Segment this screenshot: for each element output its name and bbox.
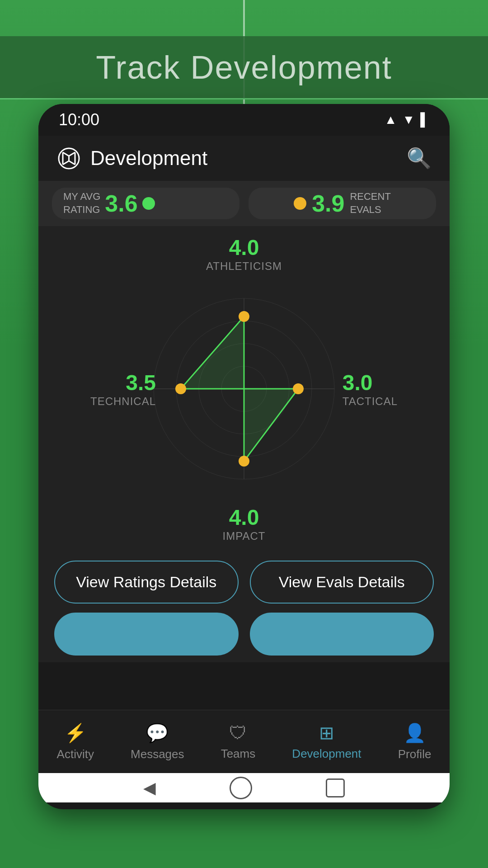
status-bar: 10:00 ▲ ▼ ▌: [38, 104, 450, 136]
impact-label: 4.0 IMPACT: [223, 505, 266, 542]
impact-value: 4.0: [223, 505, 266, 530]
nav-messages[interactable]: 💬 Messages: [131, 722, 184, 761]
view-evals-button[interactable]: View Evals Details: [250, 561, 434, 604]
avg-rating-label: MY AVGRATING: [63, 190, 100, 216]
partial-btn-left: [54, 613, 239, 656]
search-icon[interactable]: 🔍: [407, 146, 432, 170]
home-button[interactable]: [230, 777, 252, 799]
development-label: Development: [292, 747, 361, 761]
recent-evals-label: RECENTEVALS: [350, 190, 390, 216]
bottom-nav: ⚡ Activity 💬 Messages 🛡 Teams ⊞ Developm…: [38, 710, 450, 773]
activity-label: Activity: [57, 747, 94, 761]
page-title: Track Development: [96, 49, 392, 86]
tactical-name: TACTICAL: [343, 395, 398, 408]
svg-point-9: [293, 383, 304, 394]
nav-profile[interactable]: 👤 Profile: [398, 722, 432, 761]
radar-chart: 4.0 ATHLETICISM 3.5 TECHNICAL 3.0 TACTIC…: [90, 235, 398, 542]
avg-rating-card: MY AVGRATING 3.6: [52, 188, 239, 219]
profile-label: Profile: [398, 747, 432, 761]
tactical-label: 3.0 TACTICAL: [338, 370, 398, 408]
svg-point-8: [175, 383, 186, 394]
chart-area: 4.0 ATHLETICISM 3.5 TECHNICAL 3.0 TACTIC…: [38, 226, 450, 552]
athleticism-label: 4.0 ATHLETICISM: [206, 235, 282, 273]
nav-development[interactable]: ⊞ Development: [292, 722, 361, 761]
recent-evals-dot: [294, 197, 306, 210]
radar-svg: [136, 280, 352, 497]
recents-button[interactable]: [326, 778, 345, 797]
svg-point-7: [239, 311, 249, 322]
buttons-area: View Ratings Details View Evals Details: [38, 552, 450, 608]
avg-rating-dot: [142, 197, 155, 210]
app-bar: Development 🔍: [38, 136, 450, 181]
partial-btn-right: [250, 613, 434, 656]
header-banner: Track Development: [0, 36, 488, 99]
athleticism-value: 4.0: [206, 235, 282, 260]
nav-teams[interactable]: 🛡 Teams: [221, 723, 256, 761]
wifi-icon: ▼: [402, 113, 415, 127]
teams-icon: 🛡: [229, 723, 247, 743]
tactical-value: 3.0: [343, 370, 398, 395]
athleticism-name: ATHLETICISM: [206, 260, 282, 273]
app-logo: [56, 146, 81, 171]
messages-icon: 💬: [146, 722, 169, 744]
status-time: 10:00: [59, 110, 99, 129]
activity-icon: ⚡: [64, 722, 87, 744]
view-ratings-button[interactable]: View Ratings Details: [54, 561, 239, 604]
svg-point-10: [239, 456, 249, 467]
impact-name: IMPACT: [223, 530, 266, 542]
app-bar-left: Development: [56, 146, 207, 171]
technical-name: TECHNICAL: [90, 395, 156, 408]
recent-evals-card: 3.9 RECENTEVALS: [249, 188, 436, 219]
technical-value: 3.5: [90, 370, 156, 395]
status-icons: ▲ ▼ ▌: [385, 113, 429, 127]
technical-label: 3.5 TECHNICAL: [90, 370, 160, 408]
development-icon: ⊞: [319, 722, 334, 743]
profile-icon: 👤: [404, 722, 426, 744]
phone-frame: 10:00 ▲ ▼ ▌ Development 🔍 MY AVGRATING: [38, 104, 450, 809]
teams-label: Teams: [221, 747, 256, 761]
app-bar-title: Development: [90, 147, 207, 170]
partial-buttons-row: [38, 608, 450, 662]
nav-activity[interactable]: ⚡ Activity: [57, 722, 94, 761]
home-indicator: ◀: [38, 773, 450, 802]
recent-evals-value: 3.9: [312, 190, 344, 217]
messages-label: Messages: [131, 747, 184, 761]
avg-rating-value: 3.6: [105, 190, 137, 217]
svg-marker-6: [181, 316, 298, 461]
signal-icon: ▲: [385, 113, 397, 127]
ratings-row: MY AVGRATING 3.6 3.9 RECENTEVALS: [38, 181, 450, 226]
battery-icon: ▌: [420, 113, 429, 127]
back-button[interactable]: ◀: [143, 778, 156, 797]
